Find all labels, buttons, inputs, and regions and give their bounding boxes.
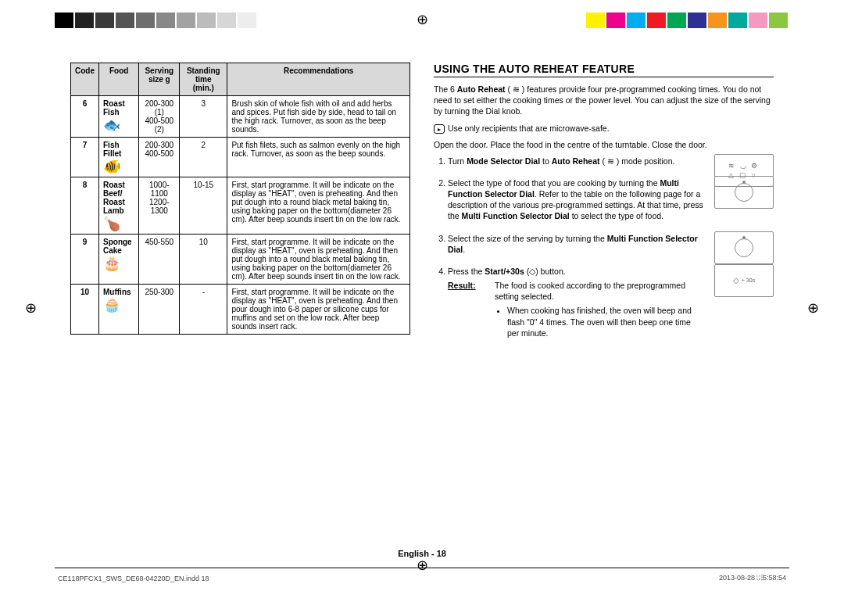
cell-recommendation: First, start programme. It will be indic… — [227, 235, 410, 285]
cell-serving: 200-300 400-500 — [139, 138, 180, 177]
start-figure: ◇+ 30s — [714, 264, 774, 297]
cell-standing: 3 — [180, 96, 227, 138]
table-header: Food — [99, 63, 139, 96]
tip-icon: ▸ — [434, 124, 445, 134]
food-icon: 🍗 — [103, 217, 134, 231]
cell-serving: 450-550 — [139, 235, 180, 285]
intro-paragraph: The 6 Auto Reheat ( ≋ ) features provide… — [434, 84, 774, 117]
swatch — [156, 13, 175, 28]
result-body: The food is cooked according to the prep… — [495, 280, 703, 338]
swatch — [708, 13, 727, 28]
swatch — [177, 13, 195, 28]
footer-bar: CE118PFCX1_SWS_DE68-04220D_EN.indd 18 20… — [55, 568, 789, 585]
cell-standing: 10 — [180, 235, 227, 285]
swatch — [728, 13, 747, 28]
food-name: Roast Fish — [103, 99, 125, 116]
cell-standing: 2 — [180, 138, 227, 177]
footer-timestamp: 2013-08-28 ㏫ 5:58:54 — [719, 573, 786, 583]
cell-food: Muffins🧁 — [99, 285, 139, 335]
cell-serving: 200-300 (1) 400-500 (2) — [139, 96, 180, 138]
registration-mark-left: ⊕ — [25, 299, 37, 317]
step-item: Select the type of food that you are coo… — [448, 177, 774, 222]
steps-list: Turn Mode Selector Dial to Auto Reheat (… — [434, 156, 774, 338]
cell-code: 9 — [71, 235, 99, 285]
result-bullet: When cooking has finished, the oven will… — [507, 305, 703, 338]
food-icon: 🐟 — [103, 118, 134, 132]
table-header: Recommendations — [227, 63, 410, 96]
table-header: Standing time (min.) — [180, 63, 227, 96]
swatch — [197, 13, 216, 28]
table-row: 6Roast Fish🐟200-300 (1) 400-500 (2)3Brus… — [71, 96, 410, 138]
step-text: Select the size of the serving by turnin… — [448, 233, 703, 255]
cell-recommendation: First, start programme. It will be indic… — [227, 177, 410, 235]
cell-recommendation: Put fish filets, such as salmon evenly o… — [227, 138, 410, 177]
food-name: Muffins — [103, 288, 131, 296]
tip-text: Use only recipients that are microwave-s… — [448, 124, 610, 133]
cell-food: Roast Fish🐟 — [99, 96, 139, 138]
swatch — [95, 13, 114, 28]
swatch — [769, 13, 788, 28]
table-header: Serving size g — [139, 63, 180, 96]
left-column: CodeFoodServing size gStanding time (min… — [70, 63, 410, 349]
food-icon: 🐠 — [103, 159, 134, 174]
cell-code: 8 — [71, 177, 99, 235]
swatch — [55, 13, 73, 28]
table-row: 8Roast Beef/ Roast Lamb🍗1000-1100 1200-1… — [71, 177, 410, 235]
swatch — [586, 13, 605, 28]
page-number: English - 18 — [398, 549, 446, 558]
cell-food: Roast Beef/ Roast Lamb🍗 — [99, 177, 139, 235]
table-row: 10Muffins🧁250-300-First, start programme… — [71, 285, 410, 335]
cell-recommendation: First, start programme. It will be indic… — [227, 285, 410, 335]
food-name: Fish Fillet — [103, 141, 121, 158]
swatch — [217, 13, 236, 28]
step-text: Press the Start/+30s (◇) button. — [448, 266, 703, 277]
content-columns: CodeFoodServing size gStanding time (min… — [70, 63, 774, 349]
registration-mark-right: ⊕ — [807, 299, 819, 317]
color-swatches-left — [55, 13, 258, 28]
cell-serving: 1000-1100 1200-1300 — [139, 177, 180, 235]
swatch — [136, 13, 155, 28]
step-item: Select the size of the serving by turnin… — [448, 233, 774, 255]
result-block: Result:The food is cooked according to t… — [448, 280, 703, 338]
dial-figure — [714, 176, 774, 209]
food-name: Sponge Cake — [103, 238, 132, 255]
table-header: Code — [71, 63, 99, 96]
cell-recommendation: Brush skin of whole fish with oil and ad… — [227, 96, 410, 138]
right-column: USING THE AUTO REHEAT FEATURE The 6 Auto… — [434, 63, 774, 349]
food-table: CodeFoodServing size gStanding time (min… — [70, 63, 410, 335]
food-icon: 🎂 — [103, 256, 134, 270]
step-text: Select the type of food that you are coo… — [448, 177, 703, 222]
step-item: Turn Mode Selector Dial to Auto Reheat (… — [448, 156, 774, 167]
footer-file: CE118PFCX1_SWS_DE68-04220D_EN.indd 18 — [58, 575, 209, 582]
result-main: The food is cooked according to the prep… — [495, 280, 703, 302]
cell-code: 6 — [71, 96, 99, 138]
step-text: Turn Mode Selector Dial to Auto Reheat (… — [448, 156, 703, 167]
table-row: 9Sponge Cake🎂450-55010First, start progr… — [71, 235, 410, 285]
cell-code: 10 — [71, 285, 99, 335]
color-swatches-right — [586, 13, 789, 28]
section-heading: USING THE AUTO REHEAT FEATURE — [434, 63, 774, 77]
swatch — [606, 13, 625, 28]
swatch — [238, 13, 256, 28]
cell-food: Sponge Cake🎂 — [99, 235, 139, 285]
swatch — [75, 13, 94, 28]
open-door-instruction: Open the door. Place the food in the cen… — [434, 140, 774, 149]
table-row: 7Fish Fillet🐠200-300 400-5002Put fish fi… — [71, 138, 410, 177]
dial-figure — [714, 231, 774, 264]
food-name: Roast Beef/ Roast Lamb — [103, 181, 125, 215]
cell-code: 7 — [71, 138, 99, 177]
food-icon: 🧁 — [103, 298, 134, 312]
cell-standing: - — [180, 285, 227, 335]
safety-tip: ▸Use only recipients that are microwave-… — [434, 124, 774, 134]
swatch — [116, 13, 134, 28]
swatch — [749, 13, 767, 28]
step-item: Press the Start/+30s (◇) button.◇+ 30sRe… — [448, 266, 774, 338]
page-root: ⊕ ⊕ ⊕ ⊕ CodeFoodServing size gStanding t… — [0, 0, 844, 616]
cell-standing: 10-15 — [180, 177, 227, 235]
swatch — [688, 13, 706, 28]
swatch — [627, 13, 646, 28]
cell-food: Fish Fillet🐠 — [99, 138, 139, 177]
registration-mark-top: ⊕ — [417, 11, 428, 28]
cell-serving: 250-300 — [139, 285, 180, 335]
result-label: Result: — [448, 280, 487, 338]
